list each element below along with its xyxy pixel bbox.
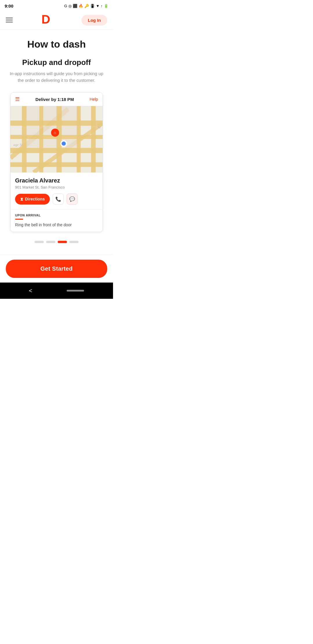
svg-rect-13 bbox=[27, 106, 39, 121]
hamburger-line-1 bbox=[6, 18, 13, 18]
map-svg: age St M ⌂ bbox=[10, 106, 103, 173]
phone-icon: 📞 bbox=[55, 196, 61, 202]
customer-address: 901 Market St, San Francisco bbox=[15, 185, 98, 189]
svg-text:⌂: ⌂ bbox=[54, 130, 56, 135]
get-started-container: Get Started bbox=[0, 255, 113, 283]
pagination-dot-1[interactable] bbox=[34, 241, 44, 243]
get-started-button[interactable]: Get Started bbox=[6, 260, 107, 278]
pagination-dot-4[interactable] bbox=[69, 241, 79, 243]
back-button[interactable]: < bbox=[29, 287, 32, 294]
home-indicator bbox=[67, 290, 84, 292]
battery-icon: 🔋 bbox=[104, 4, 108, 8]
svg-text:age St: age St bbox=[13, 142, 23, 147]
header: D Log In bbox=[0, 10, 113, 30]
svg-rect-20 bbox=[43, 139, 57, 148]
flame-icon: 🔥 bbox=[79, 4, 83, 8]
map-area: age St M ⌂ bbox=[10, 106, 103, 173]
svg-rect-7 bbox=[39, 106, 43, 173]
status-icons: G ◎ ⬛ 🔥 🔑 📳 ▼ ↑ 🔋 bbox=[64, 4, 109, 8]
arrival-instruction: Ring the bell in front of the door bbox=[15, 222, 98, 227]
arrival-section: UPON ARRIVAL Ring the bell in front of t… bbox=[10, 209, 103, 232]
status-time: 9:00 bbox=[5, 3, 13, 8]
navigation-icon: ⧗ bbox=[20, 197, 23, 202]
screenshot-icon: ⬛ bbox=[73, 4, 77, 8]
doordash-logo: D bbox=[40, 13, 54, 27]
svg-rect-19 bbox=[27, 139, 39, 148]
section-title: Pickup and dropoff bbox=[6, 58, 107, 67]
svg-rect-16 bbox=[27, 126, 39, 135]
pagination-dot-2[interactable] bbox=[46, 241, 55, 243]
wifi-icon: ▼ bbox=[96, 4, 100, 8]
circle-icon: ◎ bbox=[68, 4, 72, 8]
nav-bar: < bbox=[0, 283, 113, 299]
pagination bbox=[6, 232, 107, 249]
deliver-by-label: Deliver by 1:18 PM bbox=[35, 97, 74, 102]
message-icon: 💬 bbox=[69, 196, 75, 202]
main-content: How to dash Pickup and dropoff In-app in… bbox=[0, 30, 113, 255]
hamburger-line-3 bbox=[6, 22, 13, 22]
svg-point-26 bbox=[62, 142, 66, 146]
arrival-underline bbox=[15, 219, 23, 220]
login-button[interactable]: Log In bbox=[81, 15, 107, 26]
key-icon: 🔑 bbox=[84, 4, 89, 8]
svg-rect-15 bbox=[62, 106, 77, 121]
customer-name: Graciela Alvarez bbox=[15, 177, 98, 184]
arrival-label: UPON ARRIVAL bbox=[15, 214, 98, 217]
help-label: Help bbox=[90, 97, 98, 102]
phone-card: ☰ Deliver by 1:18 PM Help bbox=[10, 92, 103, 232]
signal-icon: ↑ bbox=[101, 4, 103, 8]
directions-label: Directions bbox=[25, 197, 45, 201]
svg-text:M: M bbox=[97, 125, 101, 129]
status-bar: 9:00 G ◎ ⬛ 🔥 🔑 📳 ▼ ↑ 🔋 bbox=[0, 0, 113, 10]
card-header: ☰ Deliver by 1:18 PM Help bbox=[10, 93, 103, 106]
message-button[interactable]: 💬 bbox=[67, 193, 78, 205]
svg-rect-18 bbox=[62, 126, 77, 135]
customer-info: Graciela Alvarez 901 Market St, San Fran… bbox=[10, 173, 103, 209]
google-icon: G bbox=[64, 4, 67, 8]
svg-rect-6 bbox=[22, 106, 27, 173]
vibrate-icon: 📳 bbox=[90, 4, 95, 8]
svg-rect-10 bbox=[91, 106, 96, 173]
action-buttons: ⧗ Directions 📞 💬 bbox=[15, 193, 98, 205]
list-icon: ☰ bbox=[15, 96, 20, 102]
pagination-dot-3[interactable] bbox=[58, 241, 67, 243]
svg-text:D: D bbox=[41, 13, 50, 25]
hamburger-line-2 bbox=[6, 20, 13, 20]
directions-button[interactable]: ⧗ Directions bbox=[15, 194, 50, 205]
phone-button[interactable]: 📞 bbox=[53, 193, 64, 205]
section-description: In-app instructions will guide you from … bbox=[6, 70, 107, 84]
hamburger-menu-button[interactable] bbox=[6, 18, 13, 22]
doordash-logo-svg: D bbox=[40, 13, 54, 25]
svg-rect-14 bbox=[43, 106, 57, 121]
page-title: How to dash bbox=[6, 39, 107, 50]
